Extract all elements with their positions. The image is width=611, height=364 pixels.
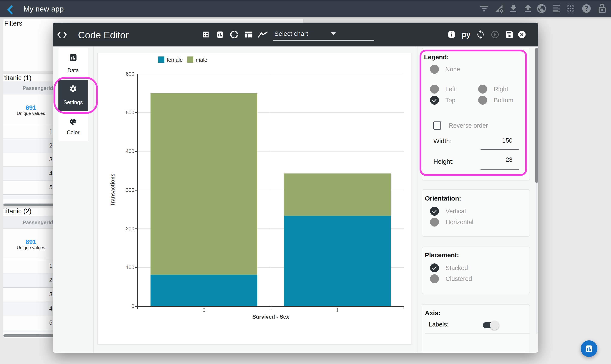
svg-text:?: ? [584, 4, 589, 12]
